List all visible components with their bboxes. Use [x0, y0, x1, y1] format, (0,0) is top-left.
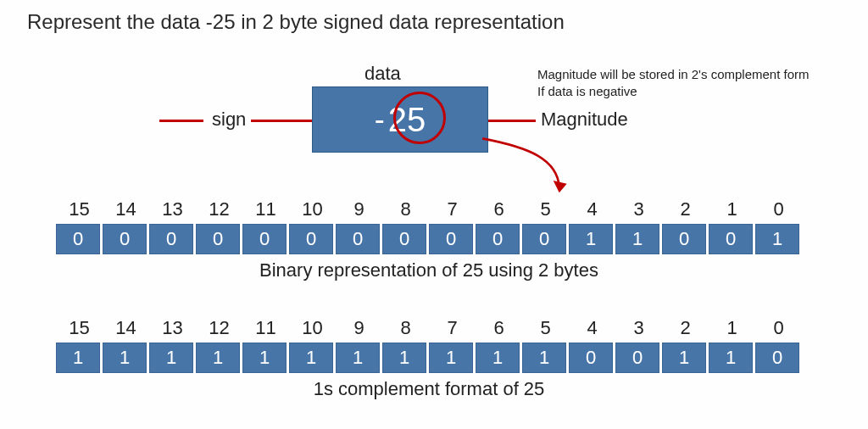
bit-index: 13 — [149, 317, 196, 339]
circle-icon — [393, 92, 446, 144]
note-text: Magnitude will be stored in 2's compleme… — [537, 66, 810, 99]
bit-cell: 1 — [662, 343, 706, 373]
bit-row-1: 0000000000011001 — [56, 224, 802, 254]
bit-group-ones-complement: 1514131211109876543210 1111111111100110 … — [56, 317, 802, 400]
bit-index: 5 — [522, 198, 569, 220]
page-title: Represent the data -25 in 2 byte signed … — [27, 10, 565, 34]
bit-cell: 0 — [615, 343, 659, 373]
bit-cell: 1 — [522, 343, 566, 373]
bit-index: 15 — [56, 317, 103, 339]
bit-index: 2 — [662, 198, 709, 220]
bit-index: 15 — [56, 198, 103, 220]
bit-cell: 0 — [476, 224, 520, 254]
bit-cell: 1 — [103, 343, 147, 373]
bit-cell: 1 — [289, 343, 333, 373]
bit-cell: 0 — [382, 224, 426, 254]
bit-group-binary: 1514131211109876543210 0000000000011001 … — [56, 198, 802, 281]
bit-index: 9 — [336, 198, 382, 220]
bit-index: 8 — [382, 317, 429, 339]
bit-index: 8 — [382, 198, 429, 220]
caption-row2: 1s complement format of 25 — [56, 378, 802, 400]
bit-cell: 1 — [242, 343, 287, 373]
minus-sign: - — [375, 102, 385, 137]
bit-index: 14 — [103, 317, 149, 339]
bit-index: 10 — [289, 198, 336, 220]
bit-indices-row2: 1514131211109876543210 — [56, 317, 802, 339]
bit-index: 2 — [662, 317, 709, 339]
bit-cell: 0 — [522, 224, 566, 254]
bit-cell: 1 — [569, 224, 613, 254]
bit-index: 11 — [242, 317, 289, 339]
bit-cell: 0 — [755, 343, 799, 373]
bit-index: 1 — [709, 198, 755, 220]
bit-index: 12 — [196, 198, 242, 220]
bit-row-2: 1111111111100110 — [56, 343, 802, 373]
bit-cell: 1 — [615, 224, 659, 254]
bit-index: 6 — [476, 317, 522, 339]
bit-index: 7 — [429, 198, 476, 220]
sign-label: sign — [212, 109, 246, 131]
bit-index: 1 — [709, 317, 755, 339]
decorative-line — [159, 120, 203, 122]
bit-cell: 0 — [56, 224, 100, 254]
bit-cell: 1 — [755, 224, 799, 254]
bit-index: 4 — [569, 317, 615, 339]
bit-cell: 0 — [103, 224, 147, 254]
bit-cell: 1 — [336, 343, 380, 373]
magnitude-label: Magnitude — [541, 109, 628, 131]
bit-index: 6 — [476, 198, 522, 220]
bit-index: 9 — [336, 317, 382, 339]
bit-indices-row1: 1514131211109876543210 — [56, 198, 802, 220]
bit-index: 4 — [569, 198, 615, 220]
svg-marker-0 — [554, 181, 567, 192]
bit-cell: 0 — [289, 224, 333, 254]
bit-index: 14 — [103, 198, 149, 220]
bit-index: 13 — [149, 198, 196, 220]
bit-cell: 1 — [476, 343, 520, 373]
curved-arrow-icon — [471, 134, 590, 202]
bit-cell: 0 — [149, 224, 193, 254]
bit-cell: 0 — [429, 224, 473, 254]
bit-cell: 0 — [569, 343, 613, 373]
bit-cell: 0 — [336, 224, 380, 254]
bit-index: 5 — [522, 317, 569, 339]
bit-index: 12 — [196, 317, 242, 339]
bit-cell: 1 — [709, 343, 753, 373]
bit-cell: 1 — [382, 343, 426, 373]
bit-cell: 0 — [662, 224, 706, 254]
data-label: data — [364, 63, 401, 85]
bit-index: 3 — [615, 198, 662, 220]
bit-index: 3 — [615, 317, 662, 339]
bit-cell: 1 — [149, 343, 193, 373]
bit-index: 10 — [289, 317, 336, 339]
bit-index: 7 — [429, 317, 476, 339]
caption-row1: Binary representation of 25 using 2 byte… — [56, 259, 802, 281]
bit-cell: 1 — [56, 343, 100, 373]
bit-cell: 0 — [196, 224, 240, 254]
bit-index: 0 — [755, 317, 802, 339]
bit-cell: 1 — [196, 343, 240, 373]
bit-cell: 0 — [709, 224, 753, 254]
bit-index: 11 — [242, 198, 289, 220]
bit-cell: 1 — [429, 343, 473, 373]
bit-cell: 0 — [242, 224, 287, 254]
bit-index: 0 — [755, 198, 802, 220]
